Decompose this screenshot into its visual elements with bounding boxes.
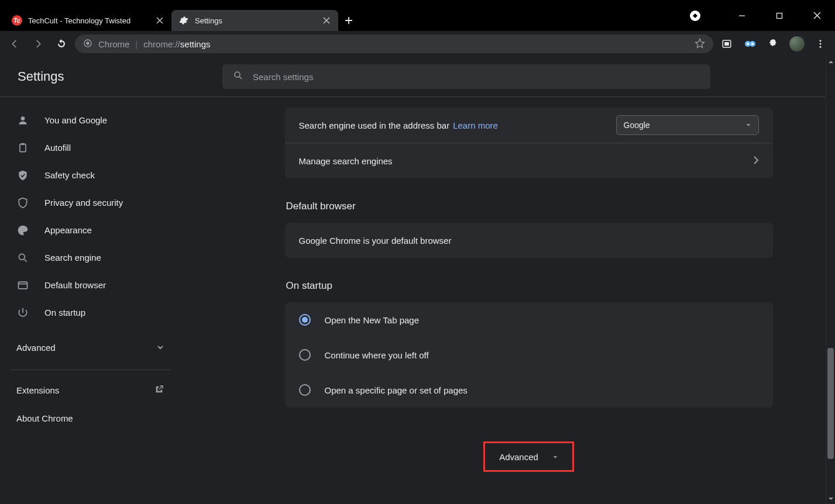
default-browser-card: Google Chrome is your default browser [285, 223, 773, 258]
search-icon [16, 251, 29, 264]
settings-app: Settings You and Google Autofill Safety … [0, 57, 835, 504]
sidebar-item-safety-check[interactable]: Safety check [0, 161, 181, 189]
section-title-on-startup: On startup [286, 280, 773, 292]
tab-title: Settings [195, 16, 316, 25]
startup-option-continue[interactable]: Continue where you left off [285, 337, 773, 372]
chevron-down-icon [552, 452, 558, 462]
omnibox-url: chrome://settings [143, 39, 210, 49]
reload-button[interactable] [51, 34, 71, 54]
person-icon [16, 114, 29, 127]
browser-tabs: Tc TechCult - Technology Twisted Setting… [0, 0, 359, 31]
maximize-button[interactable] [766, 6, 793, 25]
profile-avatar[interactable] [787, 34, 807, 54]
browser-tab-settings[interactable]: Settings [171, 10, 338, 31]
advanced-label: Advanced [16, 343, 56, 353]
open-external-icon [154, 385, 164, 396]
chevron-down-icon [157, 343, 164, 353]
palette-icon [16, 224, 29, 237]
startup-option-new-tab[interactable]: Open the New Tab page [285, 302, 773, 337]
sidebar-item-label: Safety check [44, 170, 95, 180]
close-icon[interactable] [322, 16, 331, 25]
reader-mode-icon[interactable] [717, 34, 737, 54]
sidebar-divider [11, 370, 171, 370]
svg-rect-15 [22, 143, 25, 144]
settings-sidebar: You and Google Autofill Safety check Pri… [0, 97, 181, 504]
site-identity-icon [83, 39, 92, 50]
close-window-button[interactable] [803, 6, 830, 25]
browser-tab-techcult[interactable]: Tc TechCult - Technology Twisted [5, 10, 171, 31]
chevron-down-icon [745, 120, 751, 130]
default-browser-status-row: Google Chrome is your default browser [285, 223, 773, 258]
browser-icon [16, 279, 29, 292]
forward-button[interactable] [28, 34, 48, 54]
option-label: Open a specific page or set of pages [325, 385, 468, 395]
favicon-techcult: Tc [12, 15, 22, 26]
sidebar-item-privacy-security[interactable]: Privacy and security [0, 189, 181, 216]
manage-search-engines-row[interactable]: Manage search engines [285, 143, 773, 178]
sidebar-item-default-browser[interactable]: Default browser [0, 271, 181, 299]
svg-point-12 [235, 72, 240, 77]
close-icon[interactable] [155, 16, 164, 25]
search-engine-row: Search engine used in the address bar Le… [285, 108, 773, 143]
sidebar-item-label: Appearance [44, 225, 92, 235]
sidebar-item-label: Privacy and security [44, 198, 123, 208]
svg-point-8 [751, 43, 754, 45]
sidebar-item-on-startup[interactable]: On startup [0, 299, 181, 326]
settings-main-panel: Search engine used in the address bar Le… [181, 97, 835, 504]
clipboard-icon [16, 141, 29, 154]
scrollbar-thumb[interactable] [827, 348, 834, 459]
sidebar-item-label: Autofill [44, 143, 71, 153]
kebab-menu-icon[interactable] [810, 34, 830, 54]
extensions-label: Extensions [16, 385, 59, 395]
shield-icon [16, 196, 29, 209]
omnibox-chip: Chrome [98, 39, 129, 49]
svg-point-7 [747, 43, 749, 45]
status-text: Google Chrome is your default browser [299, 236, 452, 246]
shield-check-icon [16, 169, 29, 182]
back-button[interactable] [5, 34, 25, 54]
search-input[interactable] [253, 72, 700, 82]
row-label: Search engine used in the address bar [299, 120, 450, 130]
svg-point-16 [19, 254, 25, 260]
download-indicator-icon[interactable] [690, 11, 700, 21]
svg-point-11 [820, 46, 822, 48]
on-startup-card: Open the New Tab page Continue where you… [285, 302, 773, 408]
option-label: Open the New Tab page [325, 315, 420, 325]
svg-point-2 [86, 42, 89, 44]
select-value: Google [624, 120, 650, 130]
address-bar[interactable]: Chrome | chrome://settings [75, 34, 713, 53]
scroll-down-arrow-icon[interactable] [826, 493, 835, 504]
sidebar-item-autofill[interactable]: Autofill [0, 134, 181, 161]
option-label: Continue where you left off [325, 350, 429, 360]
bookmark-star-icon[interactable] [695, 38, 705, 50]
svg-rect-0 [777, 13, 782, 18]
vertical-scrollbar[interactable] [826, 57, 835, 504]
sidebar-advanced-toggle[interactable]: Advanced [0, 333, 181, 361]
search-settings-field[interactable] [222, 64, 710, 89]
learn-more-link[interactable]: Learn more [453, 120, 498, 130]
svg-rect-14 [20, 144, 26, 151]
new-tab-button[interactable] [338, 10, 359, 31]
extensions-puzzle-icon[interactable] [764, 34, 784, 54]
advanced-highlight-box: Advanced [483, 441, 574, 472]
svg-point-10 [820, 43, 822, 45]
scroll-up-arrow-icon[interactable] [826, 57, 835, 67]
svg-point-13 [21, 116, 25, 120]
section-title-default-browser: Default browser [286, 201, 773, 212]
browser-toolbar: Chrome | chrome://settings [0, 31, 835, 57]
sidebar-item-search-engine[interactable]: Search engine [0, 244, 181, 271]
radio-checked-icon [299, 314, 311, 326]
sidebar-item-label: You and Google [44, 115, 107, 125]
sidebar-link-about-chrome[interactable]: About Chrome [0, 404, 181, 432]
minimize-button[interactable] [729, 6, 755, 25]
window-controls [690, 0, 835, 31]
extension-googly-icon[interactable] [740, 34, 760, 54]
advanced-expander-button[interactable]: Advanced [486, 444, 571, 469]
sidebar-item-appearance[interactable]: Appearance [0, 216, 181, 244]
svg-rect-4 [724, 42, 729, 46]
sidebar-item-you-and-google[interactable]: You and Google [0, 106, 181, 134]
sidebar-link-extensions[interactable]: Extensions [0, 376, 181, 404]
startup-option-specific-pages[interactable]: Open a specific page or set of pages [285, 372, 773, 408]
search-engine-select[interactable]: Google [616, 115, 759, 135]
tab-title: TechCult - Technology Twisted [28, 16, 149, 25]
